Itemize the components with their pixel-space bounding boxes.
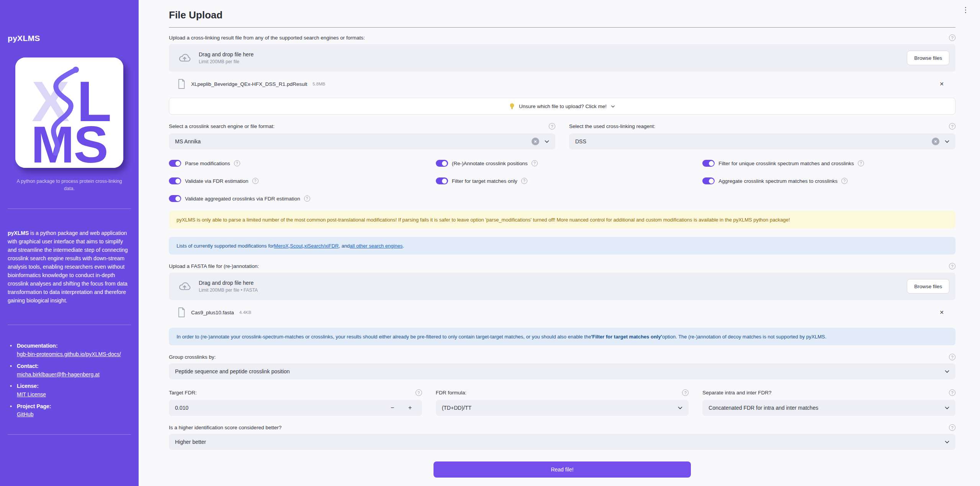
toggle-filter-unique[interactable]: Filter for unique crosslink spectrum mat… (702, 159, 955, 167)
result-uploader-label-row: Upload a cross-linking result file from … (169, 34, 955, 41)
reagent-select[interactable]: DSS (569, 133, 955, 149)
help-icon[interactable] (949, 123, 955, 130)
toggle-validate-fdr[interactable]: Validate via FDR estimation (169, 177, 422, 185)
help-icon[interactable] (949, 354, 955, 360)
list-item-project-page: Project Page: GitHub (8, 402, 131, 419)
target-fdr-value[interactable]: 0.010 (175, 405, 381, 411)
dropzone-limit: Limit 200MB per file • FASTA (199, 287, 258, 293)
fdr-formula-select[interactable]: (TD+DD)/TT (436, 400, 689, 416)
toggle-filter-target-only[interactable]: Filter for target matches only (436, 177, 689, 185)
help-icon[interactable] (252, 178, 258, 184)
decrement-button[interactable]: − (386, 404, 399, 411)
toggle-label: Filter for target matches only (452, 178, 517, 184)
toggle-switch[interactable] (702, 177, 715, 184)
browse-files-button[interactable]: Browse files (907, 279, 949, 294)
group-label: Group crosslinks by: (169, 354, 216, 360)
help-icon[interactable] (949, 263, 955, 269)
toggle-label: Validate aggregated crosslinks via FDR e… (185, 196, 300, 202)
toggle-label: Filter for unique crosslink spectrum mat… (718, 161, 854, 166)
score-label: Is a higher identification score conside… (169, 425, 281, 430)
about-bold: pyXLMS (8, 230, 29, 236)
chevron-down-icon (944, 368, 950, 374)
help-icon[interactable] (532, 160, 538, 166)
group-value: Peptide sequence and peptide crosslink p… (175, 368, 939, 374)
merox-link[interactable]: MeroX (274, 243, 288, 249)
reagent-label: Select the used cross-linking reagent: (569, 123, 655, 129)
toggle-aggregate-csms[interactable]: Aggregate crosslink spectrum matches to … (702, 177, 955, 185)
toggle-switch[interactable] (169, 177, 181, 184)
help-icon[interactable] (949, 34, 955, 41)
dropzone-limit: Limit 200MB per file (199, 59, 254, 64)
score-select[interactable]: Higher better (169, 434, 955, 450)
fasta-dropzone[interactable]: Drag and drop file here Limit 200MB per … (169, 273, 955, 300)
clear-selection-icon[interactable] (532, 138, 539, 145)
remove-file-icon[interactable] (939, 309, 944, 315)
about-body: is a python package and web application … (8, 230, 128, 304)
clear-selection-icon[interactable] (932, 138, 939, 145)
help-icon[interactable] (234, 160, 240, 166)
info-text: , and (339, 243, 350, 249)
group-select[interactable]: Peptide sequence and peptide crosslink p… (169, 363, 955, 379)
file-help-expander[interactable]: Unsure which file to upload? Click me! (169, 98, 955, 115)
help-icon[interactable] (858, 160, 864, 166)
help-icon[interactable] (416, 389, 422, 396)
documentation-link[interactable]: hgb-bin-proteomics.github.io/pyXLMS-docs… (17, 351, 121, 357)
target-fdr-input[interactable]: 0.010 − + (169, 400, 422, 416)
github-link[interactable]: GitHub (17, 411, 34, 417)
toggle-annotate-positions[interactable]: (Re-)Annotate crosslink positions (436, 159, 689, 167)
uploaded-file-name: Cas9_plus10.fasta (191, 310, 234, 315)
toggle-switch[interactable] (436, 160, 448, 167)
toggle-parse-modifications[interactable]: Parse modifications (169, 159, 422, 167)
help-icon[interactable] (949, 389, 955, 396)
sidebar-divider (8, 434, 131, 435)
link-label: Documentation: (17, 342, 131, 350)
uploaded-file-size: 4.4KB (239, 310, 251, 315)
result-dropzone[interactable]: Drag and drop file here Limit 200MB per … (169, 44, 955, 72)
fdr-formula-label-row: FDR formula: (436, 389, 689, 396)
license-link[interactable]: MIT License (17, 391, 46, 397)
help-icon[interactable] (682, 389, 689, 396)
contact-link[interactable]: micha.birklbauer@fh-hagenberg.at (17, 371, 100, 378)
chevron-down-icon (944, 405, 950, 411)
other-engines-link[interactable]: all other search engines (350, 243, 402, 249)
toggle-switch[interactable] (169, 195, 181, 202)
file-icon (177, 79, 186, 89)
toggle-validate-aggregated[interactable]: Validate aggregated crosslinks via FDR e… (169, 195, 422, 202)
help-icon[interactable] (549, 123, 555, 130)
engine-select[interactable]: MS Annika (169, 133, 555, 149)
fasta-uploader-label: Upload a FASTA file for (re-)annotation: (169, 263, 259, 269)
help-icon[interactable] (521, 178, 527, 184)
chevron-down-icon (544, 138, 550, 144)
kebab-menu-icon[interactable] (960, 5, 972, 15)
increment-button[interactable]: + (404, 404, 417, 411)
separate-fdr-label-row: Separate intra and inter FDR? (702, 389, 955, 396)
help-icon[interactable] (304, 195, 310, 202)
about-text: pyXLMS is a python package and web appli… (8, 229, 131, 305)
logo-caption: A python package to process protein cros… (8, 178, 131, 192)
dropzone-text: Drag and drop file here Limit 200MB per … (199, 51, 254, 64)
help-icon[interactable] (949, 424, 955, 431)
upload-cloud-icon (178, 280, 191, 293)
expander-label: Unsure which file to upload? Click me! (519, 103, 607, 109)
info-text: Lists of currently supported modificatio… (177, 243, 274, 249)
target-fdr-label: Target FDR: (169, 390, 197, 396)
info-text: In order to (re-)annotate your crosslink… (177, 334, 591, 340)
link-label: Contact: (17, 362, 131, 371)
toggle-switch[interactable] (702, 160, 715, 167)
xisearch-link[interactable]: xiSearch/xiFDR (304, 243, 339, 249)
scout-link[interactable]: Scout (290, 243, 303, 249)
separate-fdr-select[interactable]: Concatenated FDR for intra and inter mat… (702, 400, 955, 416)
chevron-down-icon (610, 104, 615, 109)
chevron-down-icon (944, 138, 950, 144)
toggle-switch[interactable] (436, 177, 448, 184)
engine-value: MS Annika (175, 138, 527, 144)
info-text: . (402, 243, 404, 249)
chevron-down-icon (944, 439, 950, 445)
read-file-button[interactable]: Read file! (434, 461, 691, 478)
list-item-documentation: Documentation: hgb-bin-proteomics.github… (8, 342, 131, 358)
help-icon[interactable] (841, 178, 847, 184)
browse-files-button[interactable]: Browse files (907, 51, 949, 65)
remove-file-icon[interactable] (939, 81, 944, 87)
uploaded-file-row: XLpeplib_Beveridge_QEx-HFX_DSS_R1.pdResu… (169, 77, 955, 91)
toggle-switch[interactable] (169, 160, 181, 167)
